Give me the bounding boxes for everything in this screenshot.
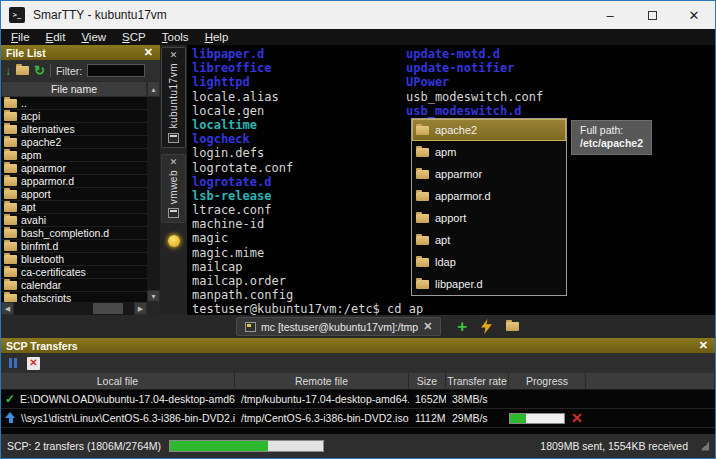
- file-list-hscrollbar[interactable]: ◀ ▶: [1, 302, 160, 315]
- menu-item-help[interactable]: Help: [197, 31, 237, 43]
- file-list-titlebar: File List ✕: [1, 45, 160, 60]
- file-list-item[interactable]: binfmt.d: [1, 240, 147, 253]
- close-button[interactable]: ✕: [673, 1, 715, 29]
- toolbar-separator: [50, 64, 51, 77]
- scroll-down-icon[interactable]: ▼: [147, 290, 160, 302]
- open-folder-icon[interactable]: [16, 66, 29, 75]
- file-list-item[interactable]: bash_completion.d: [1, 227, 147, 240]
- folder-icon: [416, 126, 429, 135]
- file-name-column-header[interactable]: File name: [1, 81, 147, 97]
- hscroll-track[interactable]: [14, 302, 134, 315]
- cancel-transfer-icon[interactable]: ✕: [27, 357, 40, 370]
- folder-icon: [4, 138, 17, 147]
- session-tab-close-icon[interactable]: ✕: [170, 51, 178, 59]
- scp-column-header[interactable]: Size: [409, 373, 446, 390]
- smart-mode-sun-icon[interactable]: [168, 235, 180, 247]
- terminal-line: manpath.config: [192, 288, 423, 302]
- autocomplete-item-libpaper.d[interactable]: libpaper.d: [412, 273, 566, 295]
- folder-icon: [4, 216, 17, 225]
- app-icon: >_: [9, 7, 25, 23]
- menu-item-tools[interactable]: Tools: [154, 31, 197, 43]
- terminal[interactable]: libpaper.dlibreofficelighttpdlocale.alia…: [187, 45, 715, 315]
- terminal-line: localtime: [192, 118, 423, 132]
- file-list-item[interactable]: calendar: [1, 279, 147, 292]
- pause-icon[interactable]: [9, 358, 17, 368]
- file-list-item[interactable]: apache2: [1, 136, 147, 149]
- file-list-toolbar: ↓ ↻ Filter:: [1, 60, 160, 81]
- new-tab-button[interactable]: +: [457, 318, 467, 335]
- autocomplete-item-apparmor[interactable]: apparmor: [412, 163, 566, 185]
- scp-transfer-row[interactable]: \\sys1\distr\Linux\CentOS-6.3-i386-bin-D…: [1, 409, 715, 428]
- file-list-vscrollbar[interactable]: ▼: [147, 97, 160, 302]
- quick-command-icon[interactable]: [481, 319, 492, 334]
- window-title: SmarTTY - kubuntu17vm: [33, 8, 589, 22]
- file-list-item[interactable]: apt: [1, 201, 147, 214]
- download-icon[interactable]: ↓: [5, 65, 11, 77]
- autocomplete-item-apport[interactable]: apport: [412, 207, 566, 229]
- session-tab-vmweb[interactable]: ✕ vmweb: [161, 154, 186, 223]
- terminal-line: mailcap: [192, 260, 423, 274]
- file-list-item[interactable]: ..: [1, 97, 147, 110]
- terminal-line: update-motd.d: [406, 47, 543, 61]
- maximize-button[interactable]: [631, 1, 673, 29]
- file-list-item[interactable]: alternatives: [1, 123, 147, 136]
- open-session-folder-icon[interactable]: [506, 322, 519, 331]
- scp-transfers-panel: SCP Transfers ✕ ✕ Local fileRemote fileS…: [1, 338, 715, 434]
- file-list-item[interactable]: acpi: [1, 110, 147, 123]
- scp-column-header[interactable]: Local file: [1, 373, 235, 390]
- scroll-left-icon[interactable]: ◀: [1, 302, 14, 315]
- scroll-up-icon[interactable]: ▲: [147, 81, 160, 97]
- status-progress-fill: [170, 441, 268, 451]
- hscroll-thumb[interactable]: [93, 303, 123, 314]
- resize-grip[interactable]: [700, 442, 709, 451]
- terminal-line: usb_modeswitch.conf: [406, 90, 543, 104]
- scp-column-header[interactable]: Remote file: [235, 373, 409, 390]
- menu-item-view[interactable]: View: [73, 31, 114, 43]
- autocomplete-item-apt[interactable]: apt: [412, 229, 566, 251]
- scp-transfer-row[interactable]: ✓E:\DOWNLOAD\kubuntu-17.04-desktop-amd64…: [1, 390, 715, 409]
- cancel-transfer-button[interactable]: ✕: [571, 412, 583, 424]
- terminal-tab-close-icon[interactable]: ✕: [423, 320, 432, 333]
- file-list-title: File List: [6, 47, 142, 59]
- session-tab-kubuntu17vm[interactable]: ✕ kubuntu17vm: [161, 47, 186, 148]
- file-list-item[interactable]: bluetooth: [1, 253, 147, 266]
- scp-column-header[interactable]: [586, 373, 715, 390]
- file-list-item[interactable]: apparmor.d: [1, 175, 147, 188]
- file-list-item[interactable]: ca-certificates: [1, 266, 147, 279]
- refresh-icon[interactable]: ↻: [34, 65, 45, 77]
- file-list-item[interactable]: apm: [1, 149, 147, 162]
- file-list-close-button[interactable]: ✕: [142, 46, 155, 59]
- terminal-line: locale.alias: [192, 90, 423, 104]
- session-tab-close-icon[interactable]: ✕: [170, 158, 178, 166]
- scroll-right-icon[interactable]: ▶: [134, 302, 147, 315]
- autocomplete-item-apache2[interactable]: apache2: [412, 119, 566, 141]
- folder-icon: [4, 203, 17, 212]
- filter-input[interactable]: [87, 64, 145, 77]
- scp-table-header: Local fileRemote fileSizeTransfer ratePr…: [1, 373, 715, 390]
- terminal-line: usb_modeswitch.d: [406, 104, 543, 118]
- tooltip-path: /etc/apache2: [580, 137, 643, 150]
- file-list-item[interactable]: apport: [1, 188, 147, 201]
- minimize-button[interactable]: –: [589, 1, 631, 29]
- terminal-tab[interactable]: mc [testuser@kubuntu17vm]:/tmp ✕: [236, 317, 441, 336]
- menu-item-edit[interactable]: Edit: [38, 31, 74, 43]
- autocomplete-item-apparmor.d[interactable]: apparmor.d: [412, 185, 566, 207]
- menu-item-scp[interactable]: SCP: [114, 31, 154, 43]
- terminal-line: mailcap.order: [192, 274, 423, 288]
- menu-item-file[interactable]: File: [3, 31, 38, 43]
- autocomplete-item-apm[interactable]: apm: [412, 141, 566, 163]
- scp-column-header[interactable]: Transfer rate: [446, 373, 509, 390]
- terminal-tab-label: mc [testuser@kubuntu17vm]:/tmp: [261, 321, 418, 333]
- scp-column-header[interactable]: Progress: [509, 373, 586, 390]
- terminal-line: magic.mime: [192, 246, 423, 260]
- file-list-item[interactable]: apparmor: [1, 162, 147, 175]
- scp-close-button[interactable]: ✕: [697, 339, 710, 352]
- terminal-line: UPower: [406, 75, 543, 89]
- file-list-item[interactable]: avahi: [1, 214, 147, 227]
- autocomplete-item-ldap[interactable]: ldap: [412, 251, 566, 273]
- folder-icon: [416, 258, 429, 267]
- terminal-line: machine-id: [192, 217, 423, 231]
- folder-icon: [4, 112, 17, 121]
- file-list-item[interactable]: chatscripts: [1, 292, 147, 302]
- terminal-line: logrotate.conf: [192, 161, 423, 175]
